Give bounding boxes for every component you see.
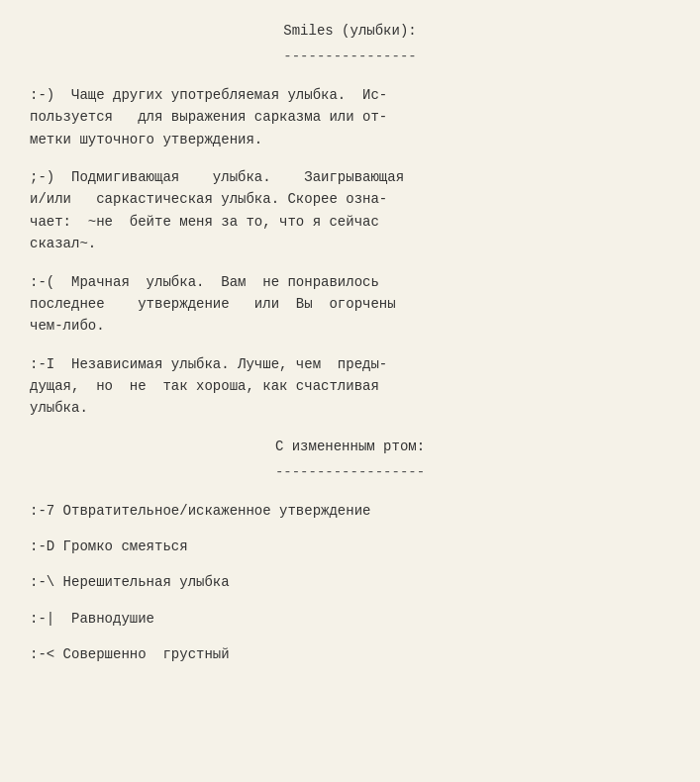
section-divider: ---------------- xyxy=(30,46,670,67)
entry-3: :-( Мрачная улыбка. Вам не понравилосьпо… xyxy=(30,271,670,338)
entry-4-text: :-I Независимая улыбка. Лучше, чем преды… xyxy=(30,356,387,417)
simple-entry-2: :-D Громко смеяться xyxy=(30,536,670,557)
sub-section-header: С измененным ртом: xyxy=(30,436,670,457)
entry-1: :-) Чаще других употребляемая улыбка. Ис… xyxy=(30,84,670,150)
simple-entry-1-text: :-7 Отвратительное/искаженное утверждени… xyxy=(30,503,370,519)
simple-entry-4: :-| Равнодушие xyxy=(30,608,670,630)
entry-4: :-I Независимая улыбка. Лучше, чем преды… xyxy=(30,353,670,420)
entry-3-text: :-( Мрачная улыбка. Вам не понравилосьпо… xyxy=(30,274,396,335)
divider-text: ---------------- xyxy=(283,49,416,64)
entry-2: ;-) Подмигивающая улыбка. Заигрывающаяи/… xyxy=(30,166,670,255)
section-header: Smiles (улыбки): xyxy=(30,20,670,42)
sub-divider-text: ------------------ xyxy=(275,464,425,480)
simple-entry-3: :-\ Нерешительная улыбка xyxy=(30,571,670,593)
simple-entry-3-text: :-\ Нерешительная улыбка xyxy=(30,574,230,590)
entry-1-text: :-) Чаще других употребляемая улыбка. Ис… xyxy=(30,87,387,147)
simple-entry-2-text: :-D Громко смеяться xyxy=(30,538,188,554)
simple-entry-4-text: :-| Равнодушие xyxy=(30,611,154,627)
simple-entry-5-text: :-< Совершенно грустный xyxy=(30,646,230,662)
section-title: Smiles (улыбки): xyxy=(283,23,416,39)
entry-2-text: ;-) Подмигивающая улыбка. Заигрывающаяи/… xyxy=(30,169,404,251)
simple-entry-5: :-< Совершенно грустный xyxy=(30,643,670,665)
sub-section-title: С измененным ртом: xyxy=(275,439,425,454)
content-area: Smiles (улыбки): ---------------- :-) Ча… xyxy=(30,20,670,666)
simple-entry-1: :-7 Отвратительное/искаженное утверждени… xyxy=(30,500,670,522)
sub-section-divider: ------------------ xyxy=(30,461,670,483)
